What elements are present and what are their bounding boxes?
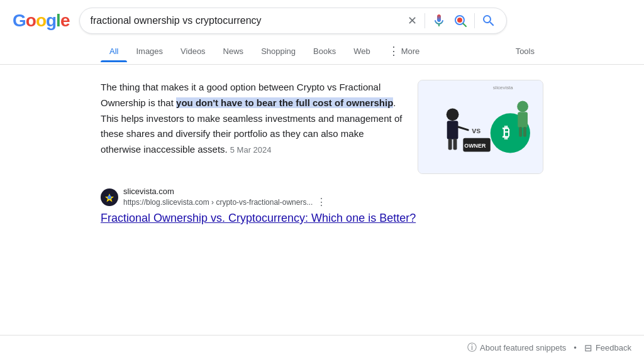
source-favicon <box>101 188 118 206</box>
more-dots-icon: ⋮ <box>388 44 399 58</box>
mic-icon[interactable] <box>431 13 447 28</box>
logo-letter-e: e <box>60 11 70 31</box>
google-logo[interactable]: Google <box>13 11 69 31</box>
search-bar-wrapper: ✕ <box>79 8 507 34</box>
svg-text:OWNER: OWNER <box>464 143 486 149</box>
snippet-image: slicevista vs ₿ <box>418 80 543 174</box>
snippet-text: The thing that makes it a good option be… <box>101 80 402 174</box>
info-icon: ⓘ <box>467 342 477 354</box>
tab-news[interactable]: News <box>214 40 253 62</box>
svg-point-13 <box>517 101 528 112</box>
feedback-button[interactable]: ⊟ Feedback <box>584 342 631 354</box>
source-name: slicevista.com <box>123 187 326 196</box>
logo-letter-l: l <box>56 11 60 31</box>
snippet-illustration: slicevista vs ₿ <box>418 80 543 173</box>
separator: • <box>574 343 577 352</box>
svg-text:vs: vs <box>472 126 480 135</box>
clear-icon[interactable]: ✕ <box>406 14 418 27</box>
svg-line-2 <box>464 24 467 27</box>
more-tab[interactable]: ⋮ More <box>379 38 429 64</box>
search-icons: ✕ <box>406 13 496 28</box>
snippet-text-highlighted: you don't have to bear the full cost of … <box>176 97 393 108</box>
bottom-bar: ⓘ About featured snippets • ⊟ Feedback <box>0 335 644 360</box>
tab-books[interactable]: Books <box>304 40 345 62</box>
featured-snippet: The thing that makes it a good option be… <box>101 80 543 174</box>
nav-tabs: All Images Videos News Shopping Books We… <box>0 38 644 65</box>
search-input[interactable] <box>90 15 399 26</box>
feedback-icon: ⊟ <box>584 342 592 354</box>
source-url-row: https://blog.slicevista.com › crypto-vs-… <box>123 196 326 208</box>
source-url: https://blog.slicevista.com › crypto-vs-… <box>123 198 313 207</box>
source-row: slicevista.com https://blog.slicevista.c… <box>101 187 543 208</box>
about-snippets-label: About featured snippets <box>480 343 566 352</box>
tab-videos[interactable]: Videos <box>172 40 214 62</box>
svg-text:slicevista: slicevista <box>493 85 514 90</box>
lens-icon[interactable] <box>453 13 468 28</box>
feedback-label: Feedback <box>596 343 631 352</box>
svg-rect-15 <box>519 127 522 137</box>
svg-rect-14 <box>518 112 528 128</box>
svg-rect-16 <box>523 127 526 137</box>
svg-rect-6 <box>447 121 458 139</box>
svg-rect-7 <box>448 139 452 150</box>
divider <box>425 13 425 28</box>
logo-letter-o1: o <box>26 11 36 31</box>
svg-text:₿: ₿ <box>502 124 510 141</box>
svg-point-1 <box>457 18 462 23</box>
search-bar: ✕ <box>79 8 507 34</box>
search-submit-icon[interactable] <box>481 13 496 28</box>
tab-web[interactable]: Web <box>345 40 379 62</box>
tab-shopping[interactable]: Shopping <box>252 40 304 62</box>
svg-point-5 <box>447 108 459 121</box>
tools-tab[interactable]: Tools <box>507 40 543 62</box>
divider2 <box>474 13 475 28</box>
result-link[interactable]: Fractional Ownership vs. Cryptocurrency:… <box>101 212 543 225</box>
logo-letter-o2: o <box>36 11 46 31</box>
tab-all[interactable]: All <box>101 40 127 62</box>
logo-letter-g2: g <box>46 11 56 31</box>
header: Google ✕ <box>0 0 644 38</box>
svg-point-20 <box>108 195 111 199</box>
tab-images[interactable]: Images <box>127 40 172 62</box>
svg-rect-8 <box>453 139 457 150</box>
source-details: slicevista.com https://blog.slicevista.c… <box>123 187 326 208</box>
snippet-date: 5 Mar 2024 <box>230 145 272 155</box>
main-content: The thing that makes it a good option be… <box>0 65 644 237</box>
logo-letter-g: G <box>13 11 26 31</box>
about-snippets[interactable]: ⓘ About featured snippets <box>467 342 566 354</box>
more-label: More <box>401 46 420 56</box>
source-options-icon[interactable]: ⋮ <box>316 196 326 208</box>
